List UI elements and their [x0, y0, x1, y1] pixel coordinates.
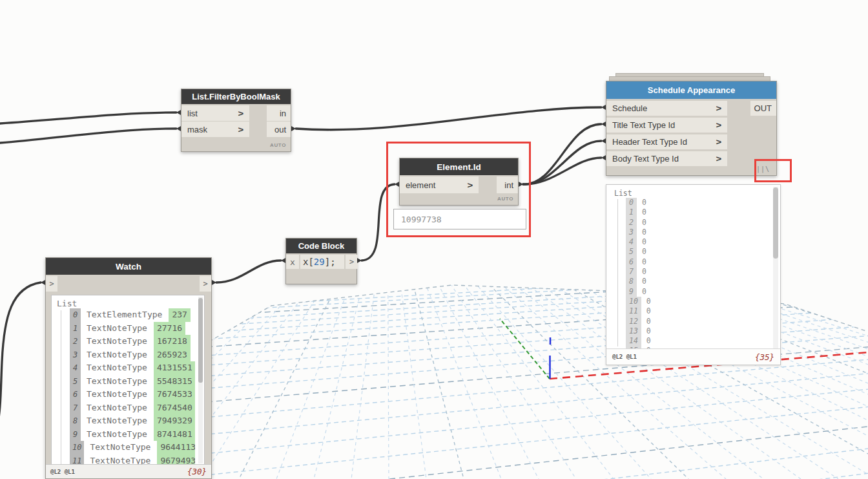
list-item: 10	[614, 208, 769, 217]
chevron-right-icon: >	[716, 154, 722, 164]
list-item: 20	[614, 218, 769, 228]
output-port-in[interactable]: in	[267, 105, 291, 121]
value-badge: 8741481	[154, 428, 195, 442]
wire-int-to-body[interactable]	[523, 158, 601, 184]
input-port-body-text-type-id[interactable]: Body Text Type Id >	[606, 151, 727, 166]
list-item: 90	[614, 287, 769, 297]
node-title[interactable]: Watch	[46, 258, 211, 275]
index-badge: 0	[70, 308, 81, 322]
type-label: TextNoteType	[87, 363, 147, 372]
list-item: 5TextNoteType5548315	[57, 375, 195, 389]
preview-footer: @L2 @L1 {35}	[606, 348, 780, 365]
list-item: 7TextNoteType7674540	[57, 401, 195, 415]
index-badge: 2	[626, 218, 637, 228]
value-text: 0	[642, 267, 646, 276]
code-block-code-area[interactable]: x[29];	[300, 255, 344, 269]
index-badge: 4	[70, 361, 81, 375]
index-badge: 6	[626, 257, 637, 267]
wire-nub	[601, 105, 606, 110]
port-label: x	[290, 257, 295, 267]
node-schedule-appearance[interactable]: Schedule Appearance Schedule > Title Tex…	[606, 81, 777, 176]
wire-int-to-header[interactable]	[523, 141, 601, 184]
index-badge: 14	[626, 336, 641, 346]
index-badge: 8	[70, 414, 81, 428]
input-port-schedule[interactable]: Schedule >	[606, 101, 727, 116]
output-port-out[interactable]: OUT	[750, 101, 776, 116]
output-port-out[interactable]: out	[267, 122, 291, 137]
wire-watch-to-codeblock[interactable]	[216, 261, 281, 282]
port-label: Title Text Type Id	[612, 120, 675, 130]
list-count-badge: {35}	[755, 352, 774, 362]
index-badge: 9	[626, 287, 637, 297]
type-label: TextNoteType	[90, 456, 150, 465]
value-text: 0	[642, 198, 646, 207]
wire-nub	[291, 126, 296, 131]
wire-to-filter-list[interactable]	[0, 112, 176, 123]
node-title[interactable]: Schedule Appearance	[606, 81, 776, 99]
chevron-right-icon: >	[238, 124, 244, 134]
list-item: 1TextNoteType27716	[57, 322, 195, 335]
value-text: 0	[642, 237, 646, 246]
node-title[interactable]: Code Block	[286, 239, 356, 253]
watch-output-port[interactable]: >	[200, 276, 211, 292]
index-badge: 9	[70, 428, 81, 442]
port-label: Body Text Type Id	[612, 154, 679, 164]
wire-filter-out-to-schedule[interactable]	[296, 107, 601, 130]
input-port-title-text-type-id[interactable]: Title Text Type Id >	[606, 118, 727, 133]
value-badge: 7674533	[154, 388, 195, 401]
port-label: OUT	[754, 103, 772, 113]
watch-list-panel: List 0TextElementType2371TextNoteType277…	[51, 295, 205, 465]
wire-nub	[601, 155, 606, 160]
list-item: 9TextNoteType8741481	[57, 428, 195, 442]
index-badge: 3	[626, 228, 637, 237]
type-label: TextNoteType	[87, 429, 147, 439]
list-item: 3TextNoteType265923	[57, 348, 195, 362]
port-label: >	[349, 257, 354, 266]
wire-nub	[281, 258, 285, 263]
wire-int-to-title[interactable]	[523, 124, 601, 184]
dynamo-workspace-canvas[interactable]: List.FilterByBoolMask list > mask > in o…	[0, 0, 868, 479]
value-badge: 5548315	[154, 375, 195, 389]
wire-into-watch[interactable]	[0, 282, 41, 432]
index-badge: 1	[626, 208, 637, 217]
input-port-list[interactable]: list >	[181, 105, 249, 121]
wire-nub	[176, 110, 181, 115]
list-item: 6TextNoteType7674533	[57, 388, 195, 401]
preview-scrollbar-thumb[interactable]	[773, 187, 778, 259]
value-text: 0	[642, 277, 646, 286]
node-list-filterbyboolmask[interactable]: List.FilterByBoolMask list > mask > in o…	[181, 89, 291, 152]
watch-list: List 0TextElementType2371TextNoteType277…	[57, 299, 195, 465]
watch-scrollbar-thumb[interactable]	[198, 298, 203, 383]
list-item: 40	[614, 237, 769, 247]
node-title[interactable]: List.FilterByBoolMask	[181, 89, 291, 104]
input-port-mask[interactable]: mask >	[181, 122, 249, 137]
node-code-block[interactable]: Code Block x x[29]; >	[285, 238, 357, 284]
levels-label[interactable]: @L2 @L1	[612, 354, 637, 360]
wire-to-filter-mask[interactable]	[0, 129, 176, 143]
node-watch[interactable]: Watch > > List 0TextElementType2371TextN…	[45, 257, 212, 479]
code-text: x[29];	[303, 257, 336, 267]
index-badge: 2	[70, 335, 81, 348]
index-badge: 3	[70, 348, 81, 362]
type-label: TextNoteType	[90, 442, 150, 452]
value-text: 0	[646, 317, 651, 326]
value-text: 0	[646, 336, 651, 345]
list-item: 80	[614, 277, 769, 286]
type-label: TextNoteType	[87, 389, 147, 399]
schedule-preview-bubble[interactable]: List 00102030405060708090100110120130140…	[606, 184, 781, 365]
watch-input-port[interactable]: >	[46, 276, 57, 292]
index-badge: 12	[626, 317, 641, 326]
index-badge: 8	[626, 277, 637, 286]
levels-label[interactable]: @L2 @L1	[50, 469, 75, 475]
input-port-header-text-type-id[interactable]: Header Text Type Id >	[606, 134, 727, 149]
chevron-right-icon: >	[238, 108, 244, 118]
value-text: 0	[642, 208, 646, 217]
list-root-label: List	[614, 189, 769, 198]
value-badge: 265923	[154, 348, 191, 362]
lacing-auto-label[interactable]: AUTO	[270, 142, 286, 148]
output-port[interactable]: >	[346, 255, 358, 269]
input-port-x[interactable]: x	[286, 255, 299, 269]
index-badge: 11	[626, 306, 641, 316]
index-badge: 11	[70, 454, 84, 465]
list-root-label: List	[57, 299, 195, 308]
